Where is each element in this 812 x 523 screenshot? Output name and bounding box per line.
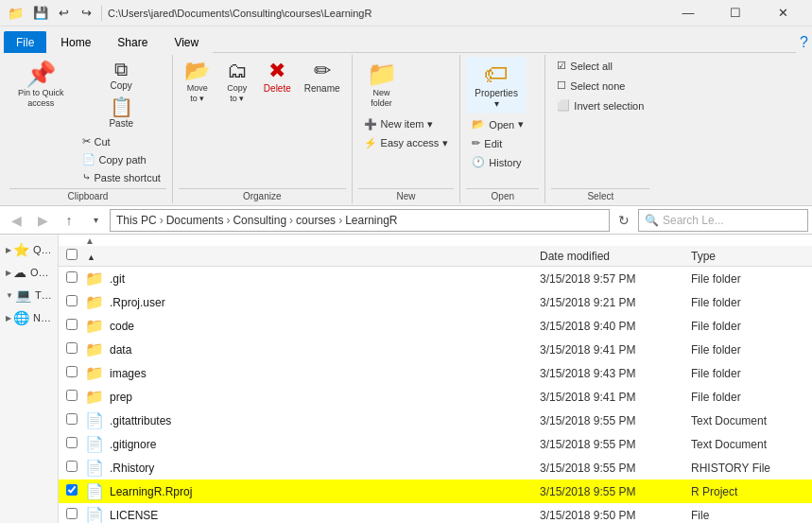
open-extras: 📂 Open ▾ ✏ Edit 🕐 History: [466, 115, 529, 171]
properties-icon: 🏷: [484, 61, 509, 86]
row-checkbox[interactable]: [66, 508, 78, 519]
invert-selection-button[interactable]: ⬜ Invert selection: [551, 96, 649, 114]
breadcrumb-courses[interactable]: courses: [296, 214, 336, 227]
row-checkbox-cell: [66, 366, 85, 380]
open-label: Open: [466, 188, 539, 201]
sidebar-item-quick-access[interactable]: ⭐ Qu...: [0, 238, 58, 261]
table-row[interactable]: 📁 data 3/15/2018 9:41 PM File folder: [59, 338, 812, 361]
file-date: 3/15/2018 9:55 PM: [540, 462, 691, 475]
select-all-checkbox[interactable]: [66, 249, 78, 260]
table-row[interactable]: 📄 LICENSE 3/15/2018 9:50 PM File: [59, 503, 812, 523]
easy-access-icon: ⚡: [364, 137, 377, 149]
row-checkbox[interactable]: [66, 295, 78, 306]
organize-label: Organize: [179, 188, 346, 201]
pin-to-quick-access-button[interactable]: 📌 Pin to Quickaccess: [9, 57, 73, 113]
column-header-date[interactable]: Date modified: [540, 250, 691, 263]
save-button[interactable]: 💾: [31, 4, 50, 23]
help-button[interactable]: ?: [796, 32, 812, 53]
row-checkbox[interactable]: [66, 413, 78, 425]
new-folder-icon: 📁: [367, 61, 397, 86]
file-rows: 📁 .git 3/15/2018 9:57 PM File folder 📁 .…: [59, 267, 812, 523]
table-row[interactable]: 📁 code 3/15/2018 9:40 PM File folder: [59, 314, 812, 338]
move-to-button[interactable]: 📂 Moveto ▾: [179, 57, 216, 108]
row-checkbox[interactable]: [66, 461, 78, 472]
table-row[interactable]: 📄 .Rhistory 3/15/2018 9:55 PM RHISTORY F…: [59, 456, 812, 479]
minimize-button[interactable]: —: [666, 4, 710, 23]
file-icon: 📄: [85, 482, 104, 500]
row-checkbox[interactable]: [66, 437, 78, 448]
folder-icon: 📁: [8, 6, 24, 21]
rename-icon: ✏: [314, 61, 331, 81]
cut-button[interactable]: ✂ Cut: [77, 132, 166, 150]
select-all-button[interactable]: ☑ Select all: [551, 57, 618, 75]
file-icon: 📁: [85, 270, 104, 288]
row-checkbox[interactable]: [66, 342, 78, 354]
new-item-button[interactable]: ➕ New item ▾: [358, 115, 455, 133]
file-list-container: ▲ ▲ Date modified Type 📁 .git 3/15/2018 …: [59, 235, 812, 523]
redo-button[interactable]: ↪: [77, 4, 95, 23]
file-name: LICENSE: [110, 509, 540, 522]
table-row[interactable]: 📁 .Rproj.user 3/15/2018 9:21 PM File fol…: [59, 290, 812, 314]
file-date: 3/15/2018 9:41 PM: [540, 343, 691, 357]
file-name: .Rproj.user: [110, 296, 540, 309]
search-box[interactable]: 🔍 Search Le...: [638, 209, 808, 232]
breadcrumb-this-pc[interactable]: This PC: [116, 214, 157, 227]
open-button[interactable]: 📂 Open ▾: [466, 115, 529, 133]
maximize-button[interactable]: ☐: [714, 4, 757, 23]
paste-button[interactable]: 📋 Paste: [77, 95, 166, 131]
close-button[interactable]: ✕: [761, 4, 804, 23]
select-none-button[interactable]: ☐ Select none: [551, 77, 631, 95]
sidebar-item-label: Ne...: [33, 312, 52, 323]
forward-button[interactable]: ▶: [30, 209, 55, 232]
file-icon: 📄: [85, 435, 104, 453]
tab-share[interactable]: Share: [105, 31, 160, 53]
delete-button[interactable]: ✖ Delete: [258, 57, 297, 97]
sidebar-item-network[interactable]: 🌐 Ne...: [0, 306, 58, 329]
address-bar[interactable]: This PC › Documents › Consulting › cours…: [110, 209, 610, 232]
file-date: 3/15/2018 9:55 PM: [540, 414, 691, 427]
sidebar-item-onedrive[interactable]: ☁ On...: [0, 261, 58, 284]
file-date: 3/15/2018 9:40 PM: [540, 320, 691, 333]
row-checkbox[interactable]: [66, 271, 78, 283]
copy-path-button[interactable]: 📄 Copy path: [77, 150, 166, 168]
tab-home[interactable]: Home: [48, 31, 103, 53]
tab-file[interactable]: File: [4, 31, 46, 53]
delete-icon: ✖: [268, 61, 285, 81]
pin-label: Pin to Quickaccess: [18, 88, 64, 109]
table-row[interactable]: 📁 .git 3/15/2018 9:57 PM File folder: [59, 267, 812, 290]
file-list-header: ▲ Date modified Type: [59, 246, 812, 267]
row-checkbox[interactable]: [66, 390, 78, 401]
column-header-type[interactable]: Type: [691, 250, 804, 263]
table-row[interactable]: 📁 images 3/15/2018 9:43 PM File folder: [59, 361, 812, 385]
recent-locations-button[interactable]: ▾: [83, 209, 108, 232]
column-header-name[interactable]: ▲: [85, 250, 540, 263]
clipboard-extras: ✂ Cut 📄 Copy path ⤷ Paste shortcut: [77, 132, 166, 186]
table-row[interactable]: 📄 .gitattributes 3/15/2018 9:55 PM Text …: [59, 409, 812, 432]
tab-view[interactable]: View: [162, 31, 211, 53]
easy-access-button[interactable]: ⚡ Easy access ▾: [358, 134, 455, 152]
copy-to-button[interactable]: 🗂 Copyto ▾: [218, 57, 256, 108]
properties-button[interactable]: 🏷 Properties ▾: [466, 57, 527, 113]
undo-button[interactable]: ↩: [54, 4, 73, 23]
paste-shortcut-button[interactable]: ⤷ Paste shortcut: [77, 168, 166, 186]
breadcrumb-documents[interactable]: Documents: [166, 214, 224, 227]
refresh-button[interactable]: ↻: [612, 209, 636, 232]
row-checkbox[interactable]: [66, 484, 78, 496]
copy-path-icon: 📄: [82, 153, 95, 166]
copy-button[interactable]: ⧉ Copy: [104, 57, 139, 94]
sidebar-item-this-pc[interactable]: 💻 Th...: [0, 284, 58, 306]
rename-button[interactable]: ✏ Rename: [299, 57, 346, 97]
breadcrumb-learningr[interactable]: LearningR: [345, 214, 397, 227]
new-folder-button[interactable]: 📁 Newfolder: [358, 57, 406, 113]
select-label: Select: [551, 188, 649, 201]
edit-button[interactable]: ✏ Edit: [466, 134, 529, 152]
row-checkbox[interactable]: [66, 366, 78, 377]
history-button[interactable]: 🕐 History: [466, 153, 529, 171]
table-row[interactable]: 📁 prep 3/15/2018 9:41 PM File folder: [59, 385, 812, 409]
breadcrumb-consulting[interactable]: Consulting: [233, 214, 286, 227]
back-button[interactable]: ◀: [4, 209, 28, 232]
up-button[interactable]: ↑: [57, 209, 81, 232]
table-row[interactable]: 📄 .gitignore 3/15/2018 9:55 PM Text Docu…: [59, 432, 812, 456]
table-row[interactable]: 📄 LearningR.Rproj 3/15/2018 9:55 PM R Pr…: [59, 479, 812, 503]
row-checkbox[interactable]: [66, 319, 78, 330]
